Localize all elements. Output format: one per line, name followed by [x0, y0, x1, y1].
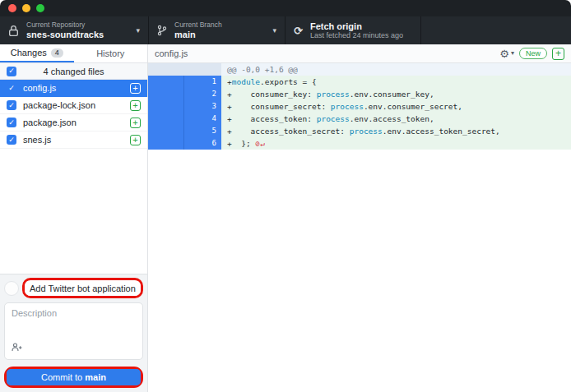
- annotation-highlight-commit-button: Commit to main: [4, 367, 143, 388]
- annotation-highlight-summary: [22, 278, 143, 298]
- old-line-number-gutter[interactable]: [148, 113, 184, 125]
- avatar: [4, 281, 19, 296]
- diff-added-line[interactable]: 2+ consumer_key: process.env.consumer_ke…: [148, 88, 571, 100]
- new-line-number-gutter[interactable]: 6: [184, 137, 221, 150]
- sidebar-tabs: Changes 4 History: [0, 44, 147, 63]
- old-line-number-gutter[interactable]: [148, 100, 184, 113]
- current-branch-value: main: [174, 30, 267, 40]
- current-repository-value: snes-soundtracks: [26, 30, 131, 40]
- new-line-number-gutter[interactable]: 2: [184, 88, 221, 100]
- diff-line-content: +module.exports = {: [221, 76, 571, 88]
- tab-changes-label: Changes: [11, 48, 47, 58]
- fetch-origin-subtitle: Last fetched 24 minutes ago: [310, 31, 412, 39]
- new-line-number-gutter[interactable]: 1: [184, 76, 221, 88]
- fetch-origin-title: Fetch origin: [310, 21, 412, 32]
- tab-changes[interactable]: Changes 4: [0, 44, 74, 62]
- close-window-button[interactable]: [8, 4, 16, 12]
- sync-icon: ⟳: [294, 25, 303, 37]
- old-line-number-gutter[interactable]: [148, 88, 184, 100]
- file-added-status-icon: +: [130, 83, 141, 94]
- chevron-down-icon: ▾: [511, 50, 514, 57]
- toolbar-spacer: [421, 16, 571, 44]
- old-line-number-gutter[interactable]: [148, 76, 184, 88]
- file-name: snes.js: [23, 135, 123, 145]
- minimize-window-button[interactable]: [22, 4, 30, 12]
- select-all-checkbox[interactable]: ✓: [7, 67, 16, 76]
- titlebar: [0, 0, 571, 16]
- commit-description-input[interactable]: [5, 303, 142, 344]
- diff-added-line[interactable]: 1+module.exports = {: [148, 76, 571, 88]
- commit-form: Commit to main: [0, 274, 147, 392]
- diff-added-line[interactable]: 6+ }; ⊘↵: [148, 137, 571, 150]
- new-line-number-gutter[interactable]: 3: [184, 100, 221, 113]
- file-row[interactable]: ✓config.js+: [0, 80, 147, 97]
- old-line-number-gutter[interactable]: [148, 63, 184, 76]
- changed-files-count: 4 changed files: [0, 67, 147, 76]
- diff-file-name: config.js: [155, 48, 499, 58]
- commit-description-box: [4, 302, 143, 360]
- file-added-status-icon: +: [130, 135, 141, 145]
- current-branch-button[interactable]: Current Branch main ▾: [149, 16, 286, 44]
- file-row[interactable]: ✓package.json+: [0, 114, 147, 131]
- file-name: config.js: [23, 83, 123, 93]
- file-status-badge: New: [519, 48, 547, 60]
- sidebar: Changes 4 History 4 changed files ✓ ✓con…: [0, 44, 148, 392]
- file-row[interactable]: ✓snes.js+: [0, 131, 147, 149]
- diff-options-button[interactable]: ⚙▾: [499, 48, 514, 59]
- chevron-down-icon: ▾: [136, 26, 140, 35]
- diff-line-content: + access_token: process.env.access_token…: [221, 113, 571, 125]
- file-name: package-lock.json: [23, 100, 123, 110]
- commit-button[interactable]: Commit to main: [7, 369, 141, 385]
- lock-icon: [8, 25, 19, 37]
- diff-added-line[interactable]: 3+ consumer_secret: process.env.consumer…: [148, 100, 571, 113]
- diff-line-content: + access_token_secret: process.env.acces…: [221, 125, 571, 137]
- diff-header: config.js ⚙▾ New +: [148, 44, 571, 63]
- file-checkbox[interactable]: ✓: [7, 83, 16, 93]
- diff-added-line[interactable]: 5+ access_token_secret: process.env.acce…: [148, 125, 571, 137]
- file-added-status-icon: +: [130, 100, 141, 111]
- diff-line-content: + }; ⊘↵: [221, 137, 571, 150]
- chevron-down-icon: ▾: [272, 26, 276, 35]
- diff-line-content: + consumer_key: process.env.consumer_key…: [221, 88, 571, 100]
- current-branch-label: Current Branch: [174, 21, 267, 30]
- tab-history-label: History: [96, 48, 124, 58]
- branch-icon: [157, 25, 167, 36]
- add-coauthor-icon[interactable]: [12, 340, 22, 355]
- file-checkbox[interactable]: ✓: [7, 100, 16, 110]
- file-row[interactable]: ✓package-lock.json+: [0, 97, 147, 114]
- old-line-number-gutter[interactable]: [148, 125, 184, 137]
- new-line-number-gutter[interactable]: 4: [184, 113, 221, 125]
- current-repository-label: Current Repository: [26, 21, 131, 30]
- file-checkbox[interactable]: ✓: [7, 118, 16, 127]
- add-to-diff-button[interactable]: +: [552, 48, 564, 60]
- current-repository-button[interactable]: Current Repository snes-soundtracks ▾: [0, 16, 149, 44]
- tab-history[interactable]: History: [74, 44, 148, 62]
- old-line-number-gutter[interactable]: [148, 137, 184, 150]
- gear-icon: ⚙: [499, 48, 509, 59]
- zoom-window-button[interactable]: [36, 4, 44, 12]
- diff-line-content: + consumer_secret: process.env.consumer_…: [221, 100, 571, 113]
- diff-hunk-header-row[interactable]: @@ -0,0 +1,6 @@: [148, 63, 571, 76]
- app-window: Current Repository snes-soundtracks ▾ Cu…: [0, 0, 571, 392]
- fetch-origin-button[interactable]: ⟳ Fetch origin Last fetched 24 minutes a…: [286, 16, 421, 44]
- changed-file-list: ✓config.js+✓package-lock.json+✓package.j…: [0, 80, 147, 274]
- diff-pane: config.js ⚙▾ New + @@ -0,0 +1,6 @@1+modu…: [148, 44, 571, 392]
- changes-count-badge: 4: [51, 48, 63, 58]
- diff-added-line[interactable]: 4+ access_token: process.env.access_toke…: [148, 113, 571, 125]
- new-line-number-gutter[interactable]: 5: [184, 125, 221, 137]
- select-all-row[interactable]: 4 changed files ✓: [0, 63, 147, 80]
- file-name: package.json: [23, 118, 123, 127]
- file-added-status-icon: +: [130, 118, 141, 128]
- diff-line-content: @@ -0,0 +1,6 @@: [221, 63, 571, 76]
- commit-summary-input[interactable]: [25, 281, 141, 296]
- new-line-number-gutter[interactable]: [184, 63, 221, 76]
- diff-view: @@ -0,0 +1,6 @@1+module.exports = {2+ co…: [148, 63, 571, 392]
- file-checkbox[interactable]: ✓: [7, 135, 16, 145]
- toolbar: Current Repository snes-soundtracks ▾ Cu…: [0, 16, 571, 44]
